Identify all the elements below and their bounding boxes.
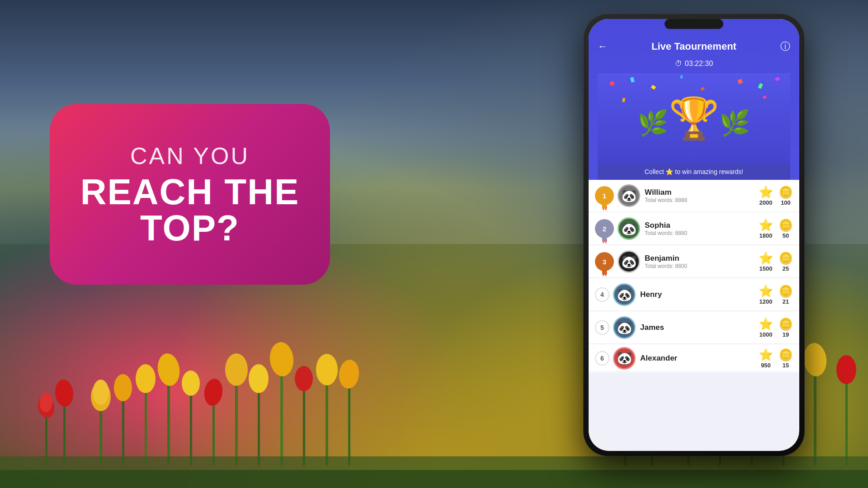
app-header: ← Live Taournement ⓘ ⏱ 03:22:30 [589,19,799,180]
svg-rect-49 [630,77,635,82]
svg-rect-14 [190,389,192,465]
coin-stack-2: 🪙 50 [778,218,793,239]
leaderboard-row: 4 🐼 Henry ⭐ 1200 🪙 21 [589,279,799,311]
coin-stack-5: 🪙 19 [778,317,793,338]
promo-line2: REACH THE [80,174,300,210]
player-name-3: Benjamin [645,254,759,263]
star-count-6: 950 [761,362,771,369]
svg-point-27 [316,354,338,385]
leaderboard-row: 2 🎀 🐼 Sophia Total words: 8880 ⭐ 1800 🪙 [589,213,799,245]
svg-point-9 [114,374,132,401]
svg-rect-48 [609,81,615,86]
rank-number-3: 3 [603,258,606,266]
star-count-4: 1200 [760,298,773,305]
leaderboard-row: 5 🐼 James ⭐ 1000 🪙 19 [589,312,799,344]
star-score-4: ⭐ 1200 [759,284,773,305]
star-score-6: ⭐ 950 [759,348,773,369]
coin-stack-1: 🪙 100 [778,185,793,206]
avatar-3: 🐼 [618,250,640,273]
timer-display: ⏱ 03:22:30 [598,57,790,73]
medal-ribbon-1: 🎀 [602,206,607,211]
coin-icon-4: 🪙 [778,284,793,298]
timer-icon: ⏱ [675,60,682,68]
collect-banner: Collect ⭐ to win amazing rewards! [598,164,790,180]
svg-point-15 [182,371,200,396]
svg-rect-52 [758,83,763,89]
phone-notch [665,19,723,29]
svg-point-23 [269,341,295,377]
svg-rect-54 [622,98,626,102]
svg-rect-42 [814,366,816,465]
svg-rect-28 [348,380,350,465]
promo-box: CAN YOU REACH THE TOP? [50,104,330,285]
svg-rect-50 [651,85,656,90]
avatar-5: 🐼 [613,316,636,339]
leaderboard-row: 1 🎀 🐼 William Total words: 8888 ⭐ 2000 🪙 [589,180,799,212]
coin-stack-4: 🪙 21 [778,284,793,305]
svg-point-29 [338,359,360,389]
player-name-5: James [640,323,759,332]
svg-rect-10 [145,384,147,465]
coin-stack-6: 🪙 15 [778,348,793,369]
player-info-4: Henry [640,290,759,299]
coin-count-4: 21 [783,298,789,305]
svg-rect-3 [63,398,66,465]
trophy-area: 🌿 🏆 🌿 [598,73,790,164]
coin-icon-3: 🪙 [778,251,793,265]
svg-rect-22 [280,366,283,465]
rank-medal-2: 2 🎀 [595,219,614,238]
rank-num-4: 4 [595,287,609,302]
avatar-2: 🐼 [618,217,640,240]
player-info-5: James [640,323,759,332]
coin-icon-2: 🪙 [778,218,793,232]
svg-rect-53 [775,77,780,81]
svg-point-19 [225,353,248,386]
star-icon-3: ⭐ [759,251,773,265]
star-score-1: ⭐ 2000 [759,185,773,206]
coin-icon-6: 🪙 [778,348,793,362]
player-info-3: Benjamin Total words: 8800 [645,254,759,269]
player-info-2: Sophia Total words: 8880 [645,221,759,236]
player-words-2: Total words: 8880 [645,230,759,236]
player-name-6: Alexander [640,354,759,363]
star-count-2: 1800 [760,232,773,239]
player-name-4: Henry [640,290,759,299]
svg-rect-12 [167,375,170,465]
avatar-6: 🐼 [613,347,636,370]
back-button[interactable]: ← [598,41,608,52]
svg-point-17 [203,378,224,407]
player-words-3: Total words: 8800 [645,263,759,269]
svg-rect-56 [680,75,683,79]
svg-rect-16 [212,398,215,465]
coin-stack-3: 🪙 25 [778,251,793,272]
svg-point-25 [295,366,313,391]
phone-screen: ← Live Taournement ⓘ ⏱ 03:22:30 [589,19,799,451]
promo-line3: TOP? [140,210,240,246]
info-button[interactable]: ⓘ [780,40,790,53]
leaderboard-row: 6 🐼 Alexander ⭐ 950 🪙 15 [589,345,799,372]
star-count-1: 2000 [760,199,773,206]
star-score-2: ⭐ 1800 [759,218,773,239]
player-name-1: William [645,188,759,197]
coin-count-1: 100 [781,199,791,206]
svg-point-45 [836,355,856,384]
star-count-5: 1000 [760,331,773,338]
coin-icon-1: 🪙 [778,185,793,199]
coin-icon-5: 🪙 [778,317,793,331]
svg-rect-55 [763,95,767,99]
svg-rect-24 [303,384,305,465]
laurel-left: 🌿 [637,108,669,138]
app-nav: ← Live Taournement ⓘ [598,27,790,57]
player-name-2: Sophia [645,221,759,230]
laurel-right: 🌿 [719,108,750,138]
leaderboard-list: 1 🎀 🐼 William Total words: 8888 ⭐ 2000 🪙 [589,180,799,373]
avatar-4: 🐼 [613,283,636,306]
phone-frame: ← Live Taournement ⓘ ⏱ 03:22:30 [583,14,805,456]
player-info-6: Alexander [640,354,759,363]
svg-point-7 [93,380,109,405]
svg-rect-44 [845,375,848,465]
player-info-1: William Total words: 8888 [645,188,759,203]
svg-point-43 [802,342,828,378]
rank-number-2: 2 [603,225,606,233]
coin-count-5: 19 [783,331,789,338]
